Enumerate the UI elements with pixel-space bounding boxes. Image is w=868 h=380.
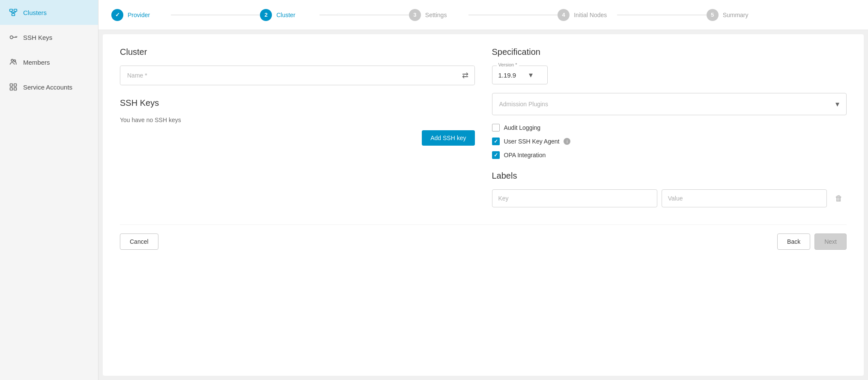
admission-chevron-icon: ▾ — [835, 99, 839, 109]
label-key-input[interactable] — [492, 189, 657, 207]
sidebar-item-label-members: Members — [23, 59, 50, 66]
opa-integration-checkbox[interactable] — [492, 151, 500, 159]
step-circle-initial-nodes: 4 — [558, 9, 570, 21]
sidebar-item-members[interactable]: Members — [0, 50, 98, 75]
ssh-empty-message: You have no SSH keys — [120, 117, 475, 123]
svg-point-11 — [11, 59, 13, 61]
admission-plugins-label: Admission Plugins — [499, 101, 548, 108]
step-settings: 3 Settings — [409, 9, 558, 21]
step-summary: 5 Summary — [707, 9, 855, 21]
step-label-summary: Summary — [723, 12, 749, 18]
user-ssh-key-agent-info-icon[interactable]: i — [564, 138, 570, 145]
ssh-keys-icon — [9, 33, 18, 42]
version-selector[interactable]: Version * 1.19.9 ▾ — [492, 66, 548, 84]
ssh-keys-title: SSH Keys — [120, 98, 475, 108]
version-chevron-icon: ▾ — [529, 70, 533, 80]
step-circle-cluster: 2 — [260, 9, 272, 21]
step-label-initial-nodes: Initial Nodes — [574, 12, 607, 18]
sidebar: Clusters SSH Keys Members — [0, 0, 98, 380]
checkboxes-group: Audit Logging User SSH Key Agent i OPA I… — [492, 124, 847, 159]
user-ssh-key-agent-checkbox[interactable] — [492, 138, 500, 145]
sidebar-item-clusters[interactable]: Clusters — [0, 0, 98, 25]
checkbox-row-audit-logging: Audit Logging — [492, 124, 847, 132]
right-panel: Specification Version * 1.19.9 ▾ Admissi… — [492, 47, 847, 207]
step-label-cluster: Cluster — [276, 12, 295, 18]
admission-plugins-selector[interactable]: Admission Plugins ▾ — [492, 93, 847, 115]
form-content: Cluster ⇄ SSH Keys You have no SSH keys … — [103, 34, 864, 376]
step-circle-settings: 3 — [409, 9, 421, 21]
checkbox-row-user-ssh-key-agent: User SSH Key Agent i — [492, 138, 847, 145]
version-float-label: Version * — [497, 62, 519, 67]
svg-rect-0 — [10, 9, 13, 12]
audit-logging-label: Audit Logging — [504, 124, 541, 131]
labels-section: Labels 🗑 — [492, 171, 847, 207]
step-label-provider: Provider — [128, 12, 150, 18]
name-field-wrapper: ⇄ — [120, 66, 475, 85]
add-ssh-key-button[interactable]: Add SSH key — [422, 130, 474, 146]
form-grid: Cluster ⇄ SSH Keys You have no SSH keys … — [120, 47, 847, 207]
back-button[interactable]: Back — [777, 233, 810, 250]
audit-logging-checkbox[interactable] — [492, 124, 500, 132]
cancel-button[interactable]: Cancel — [120, 233, 158, 250]
sidebar-item-service-accounts[interactable]: Service Accounts — [0, 75, 98, 99]
ssh-keys-section: SSH Keys You have no SSH keys Add SSH ke… — [120, 98, 475, 123]
svg-rect-15 — [10, 88, 13, 90]
sidebar-item-ssh-keys[interactable]: SSH Keys — [0, 25, 98, 50]
labels-grid: 🗑 — [492, 189, 847, 207]
svg-rect-1 — [14, 9, 17, 12]
svg-point-7 — [10, 36, 13, 39]
user-ssh-key-agent-label: User SSH Key Agent — [504, 138, 560, 145]
version-value: 1.19.9 — [498, 72, 516, 79]
next-button[interactable]: Next — [814, 233, 847, 250]
members-icon — [9, 57, 18, 67]
wizard-stepper: ✓ Provider 2 Cluster 3 Settings 4 Initia… — [98, 0, 868, 30]
svg-rect-13 — [10, 84, 13, 87]
labels-title: Labels — [492, 171, 847, 181]
sidebar-item-label-service-accounts: Service Accounts — [23, 84, 72, 91]
specification-title: Specification — [492, 47, 847, 57]
shuffle-icon[interactable]: ⇄ — [462, 71, 468, 80]
delete-label-icon[interactable]: 🗑 — [831, 194, 847, 203]
form-footer: Cancel Back Next — [120, 224, 847, 250]
svg-point-12 — [14, 60, 15, 62]
svg-rect-16 — [14, 88, 17, 90]
cluster-name-input[interactable] — [120, 66, 474, 85]
label-value-input[interactable] — [662, 189, 827, 207]
main-content: ✓ Provider 2 Cluster 3 Settings 4 Initia… — [98, 0, 868, 380]
svg-rect-2 — [12, 14, 15, 16]
sidebar-item-label-clusters: Clusters — [23, 9, 47, 16]
service-accounts-icon — [9, 82, 18, 92]
step-label-settings: Settings — [425, 12, 447, 18]
footer-right-buttons: Back Next — [777, 233, 847, 250]
step-provider: ✓ Provider — [111, 9, 260, 21]
left-panel: Cluster ⇄ SSH Keys You have no SSH keys … — [120, 47, 475, 207]
checkbox-row-opa-integration: OPA Integration — [492, 151, 847, 159]
clusters-icon — [9, 8, 18, 17]
step-circle-provider: ✓ — [111, 9, 123, 21]
svg-rect-14 — [14, 84, 17, 87]
step-cluster: 2 Cluster — [260, 9, 409, 21]
cluster-title: Cluster — [120, 47, 475, 57]
step-circle-summary: 5 — [707, 9, 719, 21]
sidebar-item-label-ssh-keys: SSH Keys — [23, 34, 52, 41]
opa-integration-label: OPA Integration — [504, 152, 546, 159]
step-initial-nodes: 4 Initial Nodes — [558, 9, 706, 21]
